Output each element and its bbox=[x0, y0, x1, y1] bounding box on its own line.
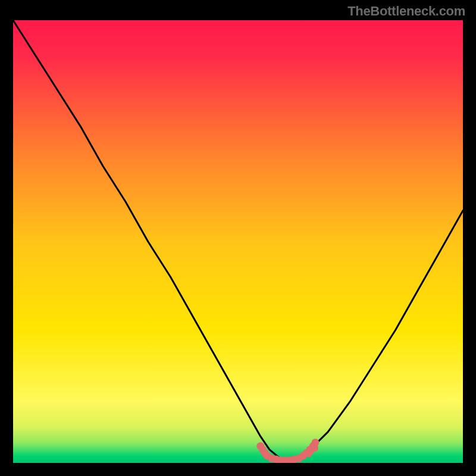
chart-container: TheBottleneck.com bbox=[0, 0, 476, 476]
chart-svg bbox=[13, 20, 463, 463]
plot-area bbox=[13, 20, 463, 463]
watermark-text: TheBottleneck.com bbox=[347, 4, 465, 19]
